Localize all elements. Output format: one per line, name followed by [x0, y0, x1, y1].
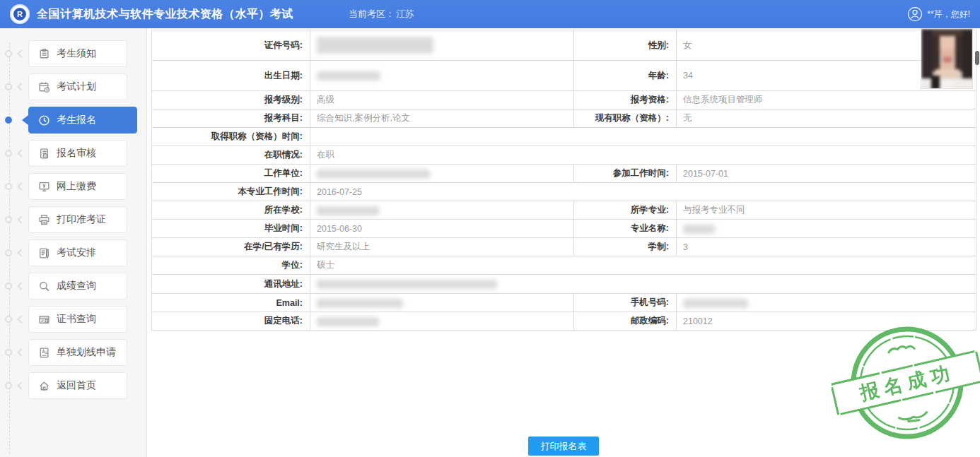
field-label: 通讯地址: — [152, 275, 310, 294]
field-value — [310, 312, 574, 331]
field-label: 手机号码: — [574, 294, 677, 312]
certificate-icon — [38, 314, 50, 326]
field-value — [310, 294, 574, 312]
field-label: 本专业工作时间: — [152, 183, 310, 201]
field-label: 邮政编码: — [574, 312, 677, 331]
field-value — [310, 30, 574, 61]
current-region: 当前考区：江苏 — [349, 8, 414, 20]
field-value: 与报考专业不同 — [677, 201, 976, 220]
document-review-icon — [38, 148, 50, 160]
sidebar-list: 考生须知考试计划考生报名报名审核网上缴费打印准考证考试安排成绩查询证书查询A±单… — [0, 40, 146, 399]
field-label: 性别: — [574, 30, 677, 61]
sidebar-item-0[interactable]: 考生须知 — [28, 40, 127, 67]
timeline-node-icon — [5, 316, 12, 323]
field-label: 年龄: — [574, 61, 677, 91]
field-label: 证件号码: — [152, 30, 310, 61]
field-value: 研究生及以上 — [310, 238, 574, 256]
field-value: 硕士 — [310, 256, 976, 275]
sidebar-row: 考试安排 — [0, 239, 146, 266]
field-label: 固定电话: — [152, 312, 310, 331]
field-value: 无 — [677, 109, 976, 128]
sidebar-item-label: 考生须知 — [57, 47, 96, 60]
sidebar-item-label: 打印准考证 — [57, 213, 106, 226]
redacted-value — [683, 225, 715, 234]
field-value: 2016-07-25 — [310, 183, 976, 201]
scrollbar-thumb[interactable] — [975, 51, 979, 65]
home-icon — [38, 380, 50, 392]
sidebar-item-label: 返回首页 — [57, 379, 96, 392]
timeline-node-icon — [5, 283, 12, 290]
field-value: 综合知识,案例分析,论文 — [310, 109, 574, 128]
main-content: 证件号码:性别:女出生日期:年龄:34报考级别:高级报考资格:信息系统项目管理师… — [146, 28, 980, 457]
field-label: 取得职称（资格）时间: — [152, 128, 310, 146]
sidebar-item-3[interactable]: 报名审核 — [28, 140, 127, 167]
timeline-node-icon — [5, 382, 12, 389]
field-value: 2015-06-30 — [310, 220, 574, 238]
field-label: 工作单位: — [152, 165, 310, 183]
field-label: 所学专业: — [574, 201, 677, 220]
timeline-chevron-icon — [17, 348, 25, 356]
sidebar-row: A±单独划线申请 — [0, 339, 146, 366]
sidebar-row: 返回首页 — [0, 372, 146, 399]
sidebar-item-label: 考试安排 — [57, 247, 96, 259]
sidebar-item-5[interactable]: 打印准考证 — [28, 206, 127, 233]
field-value — [310, 128, 976, 146]
field-label: 报考科目: — [152, 109, 310, 128]
top-header: R 全国计算机技术与软件专业技术资格（水平）考试 当前考区：江苏 **芹，您好! — [0, 0, 980, 28]
timeline-node-icon — [5, 216, 12, 223]
redacted-value — [317, 299, 403, 308]
sidebar-item-9[interactable]: A±单独划线申请 — [28, 339, 127, 366]
sidebar-item-label: 成绩查询 — [57, 280, 96, 292]
sidebar-item-7[interactable]: 成绩查询 — [28, 273, 127, 299]
sidebar-item-label: 单独划线申请 — [57, 346, 116, 359]
redacted-value — [317, 280, 497, 289]
field-value: 2015-07-01 — [677, 165, 976, 183]
sidebar-item-2[interactable]: 考生报名 — [28, 107, 137, 133]
user-greeting[interactable]: **芹，您好! — [907, 6, 970, 22]
site-title: 全国计算机技术与软件专业技术资格（水平）考试 — [37, 7, 293, 22]
sidebar-item-1[interactable]: 考试计划 — [28, 73, 127, 100]
user-avatar-icon — [907, 6, 923, 22]
field-value: 高级 — [310, 91, 574, 109]
sidebar-item-6[interactable]: 考试安排 — [28, 239, 127, 266]
sidebar-item-label: 考生报名 — [57, 114, 96, 126]
field-label: Email: — [152, 294, 310, 312]
sidebar-item-4[interactable]: 网上缴费 — [28, 173, 127, 200]
field-label: 现有职称（资格）: — [574, 109, 677, 128]
redacted-value — [317, 170, 430, 179]
field-value — [310, 201, 574, 220]
redacted-value — [683, 299, 748, 308]
sidebar-item-8[interactable]: 证书查询 — [28, 306, 127, 333]
sidebar-row: 网上缴费 — [0, 173, 146, 200]
sidebar-row: 考生报名 — [0, 107, 146, 133]
notice-board-icon — [38, 48, 50, 60]
field-label: 学位: — [152, 256, 310, 275]
field-value: 210012 — [677, 312, 976, 331]
candidate-photo — [921, 28, 973, 89]
sidebar-item-10[interactable]: 返回首页 — [28, 372, 127, 399]
timeline-chevron-icon — [17, 49, 25, 57]
timeline-chevron-icon — [17, 381, 25, 389]
redacted-value — [317, 317, 379, 326]
sidebar: 考生须知考试计划考生报名报名审核网上缴费打印准考证考试安排成绩查询证书查询A±单… — [0, 28, 146, 457]
sidebar-row: 考试计划 — [0, 73, 146, 100]
timeline-node-icon — [5, 50, 12, 57]
sidebar-item-label: 网上缴费 — [57, 180, 96, 193]
field-value — [310, 275, 976, 294]
timeline-node-icon — [5, 183, 12, 190]
print-registration-button[interactable]: 打印报名表 — [528, 437, 599, 456]
timeline-node-icon — [5, 83, 12, 90]
timeline-node-icon — [5, 349, 12, 356]
stamp-text: 报名成功 — [857, 362, 956, 404]
field-label: 在学/已有学历: — [152, 238, 310, 256]
sidebar-row: 报名审核 — [0, 140, 146, 167]
sidebar-item-label: 证书查询 — [57, 313, 96, 326]
printer-icon — [38, 214, 50, 226]
field-value: 在职 — [310, 146, 976, 165]
timeline-chevron-icon — [17, 149, 25, 157]
timeline-node-icon — [5, 150, 12, 157]
field-value — [310, 165, 574, 183]
registration-table: 证件号码:性别:女出生日期:年龄:34报考级别:高级报考资格:信息系统项目管理师… — [151, 30, 976, 331]
redacted-value — [317, 71, 380, 81]
monitor-yuan-icon — [38, 181, 50, 193]
